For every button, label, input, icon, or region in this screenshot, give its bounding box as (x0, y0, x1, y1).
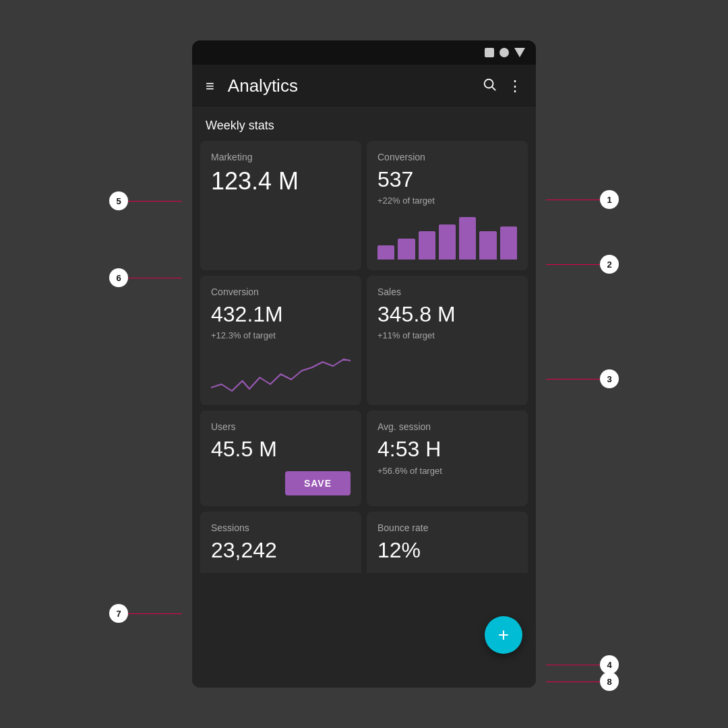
section-title: Weekly stats (206, 119, 522, 133)
annotation-3: 3 (546, 369, 619, 388)
annotation-5: 5 (109, 191, 182, 210)
annotation-4: 4 (546, 655, 619, 674)
phone-frame: ≡ Analytics ⋮ Weekly stats Marketing 123… (192, 40, 536, 688)
line-chart-area (211, 347, 351, 394)
bar-4 (439, 224, 456, 260)
bar-2 (398, 239, 415, 260)
conversion-large-label: Conversion (211, 286, 351, 297)
conversion-small-value: 537 (377, 168, 517, 191)
sessions-card: Sessions 23,242 (200, 512, 361, 573)
row-3: Users 45.5 M SAVE Avg. session 4:53 H +5… (200, 411, 528, 506)
sessions-value: 23,242 (211, 539, 351, 562)
content-area: Weekly stats Marketing 123.4 M Conversio… (192, 108, 536, 688)
bar-6 (479, 231, 496, 260)
bounce-rate-card: Bounce rate 12% (367, 512, 528, 573)
row-2: Conversion 432.1M +12.3% of target Sales… (200, 276, 528, 405)
bounce-rate-value: 12% (377, 539, 517, 562)
save-button[interactable]: SAVE (285, 471, 351, 495)
conversion-small-card: Conversion 537 +22% of target (367, 141, 528, 270)
bar-7 (500, 226, 517, 260)
annotation-8: 8 (546, 672, 619, 691)
conversion-large-value: 432.1M (211, 303, 351, 326)
marketing-value: 123.4 M (211, 168, 351, 195)
status-bar (192, 40, 536, 65)
status-icon-circle (499, 48, 509, 57)
search-icon[interactable] (482, 77, 497, 96)
cards-grid: Marketing 123.4 M Conversion 537 +22% of… (192, 141, 536, 578)
marketing-card: Marketing 123.4 M (200, 141, 361, 270)
annotation-6: 6 (109, 268, 182, 287)
sales-subtitle: +11% of target (377, 330, 517, 340)
avg-session-subtitle: +56.6% of target (377, 466, 517, 476)
app-title: Analytics (228, 75, 471, 96)
users-value: 45.5 M (211, 437, 351, 461)
status-icon-square (485, 48, 494, 57)
avg-session-label: Avg. session (377, 421, 517, 432)
status-icon-triangle (514, 48, 525, 57)
svg-point-0 (485, 79, 493, 88)
bar-5 (459, 217, 476, 260)
svg-line-1 (492, 87, 495, 90)
bar-3 (419, 231, 435, 260)
conversion-small-subtitle: +22% of target (377, 195, 517, 206)
marketing-label: Marketing (211, 152, 351, 162)
section-header: Weekly stats (192, 108, 536, 141)
users-card: Users 45.5 M SAVE (200, 411, 361, 506)
sales-value: 345.8 M (377, 303, 517, 326)
sales-label: Sales (377, 286, 517, 297)
more-icon[interactable]: ⋮ (508, 78, 522, 95)
avg-session-card: Avg. session 4:53 H +56.6% of target (367, 411, 528, 506)
conversion-large-subtitle: +12.3% of target (211, 330, 351, 340)
users-label: Users (211, 421, 351, 432)
annotation-7: 7 (109, 604, 182, 623)
sessions-label: Sessions (211, 522, 351, 533)
bar-chart-area (377, 212, 517, 260)
annotation-1: 1 (546, 190, 619, 209)
hamburger-icon[interactable]: ≡ (206, 78, 214, 95)
conversion-small-label: Conversion (377, 152, 517, 162)
avg-session-value: 4:53 H (377, 437, 517, 461)
row-1: Marketing 123.4 M Conversion 537 +22% of… (200, 141, 528, 270)
bounce-rate-label: Bounce rate (377, 522, 517, 533)
fab-plus-icon: + (498, 626, 509, 644)
sales-card: Sales 345.8 M +11% of target (367, 276, 528, 405)
fab-button[interactable]: + (485, 616, 522, 654)
app-bar: ≡ Analytics ⋮ (192, 65, 536, 108)
conversion-large-card: Conversion 432.1M +12.3% of target (200, 276, 361, 405)
annotation-2: 2 (546, 255, 619, 274)
row-4: Sessions 23,242 Bounce rate 12% (200, 512, 528, 573)
bar-1 (377, 245, 394, 260)
bar-chart (377, 212, 517, 260)
